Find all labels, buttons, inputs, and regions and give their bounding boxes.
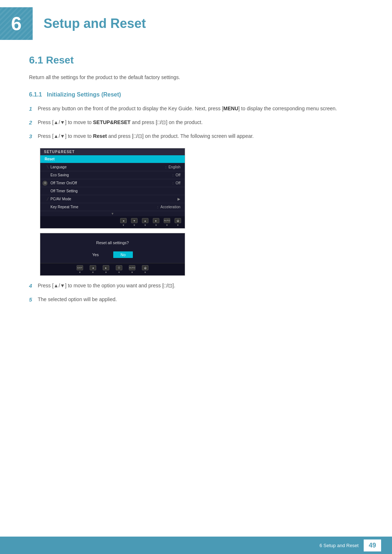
footer-label-down: ▼ [133, 224, 136, 226]
steps-list: 1 Press any button on the front of the p… [29, 104, 363, 141]
menu-item-eco: Eco Saving : Off [40, 171, 185, 179]
footer-label-power: ▼ [177, 224, 179, 226]
footer-label-up: ▼ [144, 224, 147, 226]
footer-label-auto: ▼ [166, 224, 168, 226]
footer-btn-auto: AUTO ▼ [164, 218, 170, 226]
menu-value-keyrepeat: Acceleration [160, 205, 180, 209]
dialog-icon-auto: AUTO [129, 265, 135, 270]
footer-icon-auto: AUTO [164, 218, 170, 223]
dialog-message: Reset all settings? [96, 241, 129, 245]
step-5: 5 The selected option will be applied. [29, 295, 363, 304]
footer-section-text: 6 Setup and Reset [319, 543, 359, 548]
dialog-label-right: ▼ [105, 271, 107, 274]
dialog-icon-left: ◄ [90, 265, 96, 270]
menu-screen: SETUP&RESET Reset ╲ Language : English E… [40, 148, 185, 229]
menu-label-offtimer: Off Timer On/Off [50, 181, 172, 185]
colon-eco: : [172, 173, 173, 177]
step-2-number: 2 [29, 118, 38, 127]
monitor-screenshots: SETUP&RESET Reset ╲ Language : English E… [40, 148, 192, 276]
menu-item-offtimer: ⚙ Off Timer On/Off : Off [40, 179, 185, 187]
section-name: Reset [46, 54, 74, 66]
subsection-number: 6.1.1 [29, 91, 42, 98]
dialog-footer-left: ◄ ▼ [90, 265, 96, 274]
footer-icon-power: ⏻ [175, 218, 181, 223]
reset-dialog: Reset all settings? Yes No EXIT ▼ ◄ ▼ ► … [40, 233, 185, 276]
step-1: 1 Press any button on the front of the p… [29, 104, 363, 113]
dialog-footer: EXIT ▼ ◄ ▼ ► ▼ ⊡ ▼ AUTO ▼ [40, 263, 185, 275]
dialog-icon-power: ⏻ [142, 265, 148, 270]
step-5-number: 5 [29, 295, 38, 304]
footer-icon-down: ▼ [131, 218, 138, 223]
footer-label-left: ▼ [122, 224, 125, 226]
dialog-buttons: Yes No [40, 249, 185, 263]
step-4-text: Press [▲/▼] to move to the option you wa… [38, 282, 363, 290]
dialog-footer-auto: AUTO ▼ [129, 265, 135, 274]
menu-item-reset: Reset [40, 155, 185, 163]
dialog-icon-enter: ⊡ [116, 265, 122, 270]
menu-label-reset: Reset [45, 157, 180, 161]
footer-icon-up: ▲ [142, 218, 148, 223]
step-2-text: Press [▲/▼] to move to SETUP&RESET and p… [38, 118, 363, 126]
step-3-number: 3 [29, 132, 38, 141]
menu-footer: ◄ ▼ ▼ ▼ ▲ ▼ ► ▼ AUTO ▼ [40, 216, 185, 228]
footer-icon-left: ◄ [120, 218, 127, 223]
dialog-icon-exit: EXIT [77, 265, 83, 270]
menu-label-keyrepeat: Key Repeat Time [50, 205, 157, 209]
menu-value-offtimer: Off [176, 181, 180, 185]
menu-title: SETUP&RESET [40, 148, 185, 155]
section-number: 6.1 [29, 54, 43, 66]
colon-keyrepeat: : [157, 205, 158, 209]
arrow-pcav: ▶ [177, 197, 180, 201]
menu-item-keyrepeat: Key Repeat Time : Acceleration [40, 203, 185, 211]
dialog-footer-power: ⏻ ▼ [142, 265, 148, 274]
page-footer: 6 Setup and Reset 49 [0, 537, 392, 554]
section-description: Return all the settings for the product … [29, 73, 363, 81]
step-5-text: The selected option will be applied. [38, 295, 363, 303]
step-4-number: 4 [29, 282, 38, 290]
dialog-content: Reset all settings? [40, 233, 185, 249]
footer-btn-power: ⏻ ▼ [175, 218, 181, 226]
step-3: 3 Press [▲/▼] to move to Reset and press… [29, 132, 363, 141]
footer-label-right: ▼ [155, 224, 158, 226]
colon-language: : [166, 165, 167, 169]
subsection-name: Initializing Settings (Reset) [47, 91, 121, 98]
menu-value-eco: Off [176, 173, 180, 177]
main-content: 6.1 Reset Return all the settings for th… [0, 54, 392, 304]
menu-label-offtimersetup: Off Timer Setting [50, 189, 180, 193]
dialog-label-exit: ▼ [79, 271, 81, 274]
footer-btn-right: ► ▼ [153, 218, 159, 226]
sidebar-slash: ╱ [45, 197, 50, 201]
step-1-text: Press any button on the front of the pro… [38, 104, 363, 112]
steps-list-2: 4 Press [▲/▼] to move to the option you … [29, 282, 363, 304]
sidebar-line: ╲ [45, 165, 50, 169]
step-3-text: Press [▲/▼] to move to Reset and press [… [38, 132, 363, 140]
dialog-label-power: ▼ [144, 271, 147, 274]
dialog-footer-enter: ⊡ ▼ [116, 265, 122, 274]
dialog-footer-right: ► ▼ [103, 265, 109, 274]
scroll-down-indicator: ▼ [40, 211, 185, 216]
footer-icon-right: ► [153, 218, 159, 223]
chapter-badge: 6 [0, 7, 33, 40]
chapter-number: 6 [11, 13, 22, 34]
step-4: 4 Press [▲/▼] to move to the option you … [29, 282, 363, 290]
menu-value-language: English [168, 165, 180, 169]
menu-item-pcav: ╱ PC/AV Mode ▶ [40, 195, 185, 203]
menu-label-eco: Eco Saving [50, 173, 172, 177]
footer-page-number: 49 [364, 539, 381, 551]
colon-offtimer: : [172, 181, 173, 185]
chapter-title: Setup and Reset [44, 16, 146, 31]
menu-label-language: Language [50, 165, 166, 169]
chapter-header: 6 Setup and Reset [0, 0, 392, 47]
footer-btn-up: ▲ ▼ [142, 218, 148, 226]
step-1-number: 1 [29, 104, 38, 113]
dialog-label-left: ▼ [92, 271, 94, 274]
dialog-label-auto: ▼ [131, 271, 134, 274]
menu-item-language: ╲ Language : English [40, 163, 185, 171]
menu-item-offtimersetup: Off Timer Setting [40, 187, 185, 195]
menu-label-pcav: PC/AV Mode [50, 197, 177, 201]
dialog-icon-right: ► [103, 265, 109, 270]
gear-icon: ⚙ [42, 181, 48, 186]
subsection-title: 6.1.1 Initializing Settings (Reset) [29, 91, 363, 98]
dialog-label-enter: ▼ [118, 271, 121, 274]
footer-btn-down: ▼ ▼ [131, 218, 138, 226]
